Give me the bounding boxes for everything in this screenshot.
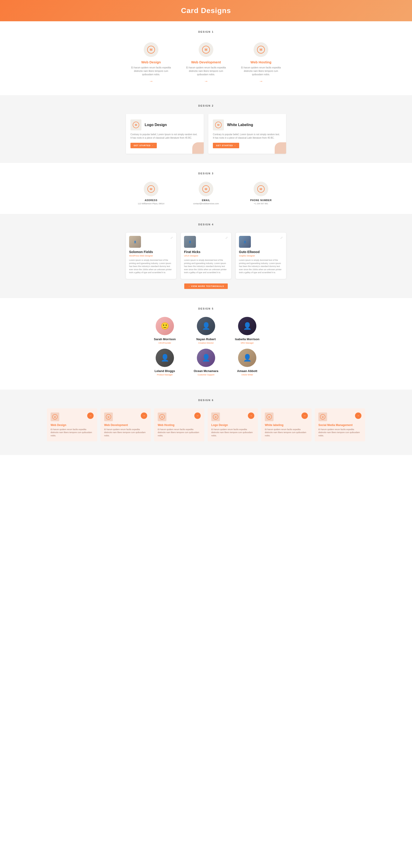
design6-arrow-4[interactable]: →: [248, 412, 254, 419]
design1-card-2-arrow[interactable]: →: [185, 79, 227, 84]
design4-card-2: 👤 ⤢ Firat Hicks UI/UX Designer Lorem ips…: [181, 233, 231, 279]
design2-card-1-title: Logo Design: [145, 123, 167, 127]
svg-text:M: M: [322, 416, 323, 418]
design6-card-4: M → Logo Design Et harum quidem rerum fa…: [208, 408, 258, 441]
design6-icon-2: M: [104, 412, 113, 421]
design1-card-1-arrow[interactable]: →: [130, 79, 172, 84]
design6-card-3-desc: Et harum quidem rerum facilis expedita d…: [158, 428, 201, 437]
design4-more-btn-row: → VIEW MORE TESTIMONIALS: [5, 283, 407, 289]
share-icon-1[interactable]: ⤢: [170, 236, 173, 240]
design3-icon-3: M: [254, 182, 268, 196]
design3-card-1: M ADDRESS 113 Williamson Plaza, 09014: [133, 182, 169, 205]
design3-section: DESIGN 3 M ADDRESS 113 Williamson Plaza,…: [0, 163, 412, 214]
design1-icon-1: M: [144, 42, 158, 57]
design6-card-5-title: White labeling: [265, 424, 308, 427]
svg-text:M: M: [108, 416, 109, 418]
design4-label: DESIGN 4: [5, 223, 407, 226]
design1-cards: M Web Design Et harum quidem rerum facil…: [5, 40, 407, 86]
design6-arrow-5[interactable]: →: [301, 412, 308, 419]
design5-card-amaan: 👤 Amaan Abbott Article Writer: [231, 349, 263, 376]
design2-label: DESIGN 2: [5, 104, 407, 107]
design5-avatar-sarah: 🙂: [156, 317, 174, 335]
design6-arrow-6[interactable]: →: [355, 412, 361, 419]
share-icon-2[interactable]: ⤢: [225, 236, 228, 240]
design4-view-more-button[interactable]: → VIEW MORE TESTIMONIALS: [184, 283, 228, 289]
design4-card-3-top: 👤 ⤢: [236, 233, 286, 250]
design1-card-3: M Web Hosting Et harum quidem rerum faci…: [238, 40, 284, 86]
design1-card-2: M Web Development Et harum quidem rerum …: [183, 40, 229, 86]
design3-card-2-title: EMAIL: [188, 199, 224, 202]
share-icon-3[interactable]: ⤢: [280, 236, 283, 240]
design1-card-1-desc: Et harum quidem rerum facilis expedita d…: [130, 66, 172, 76]
svg-text:M: M: [135, 124, 137, 126]
design2-cards: M Logo Design Contrary to popular belief…: [5, 114, 407, 154]
design5-row2: 👤 Leland Bloggs Product Manager 👤 Ocean …: [5, 349, 407, 376]
design5-card-nayan: 👤 Nayan Robert Creative Director: [190, 317, 222, 344]
design1-card-3-arrow[interactable]: →: [240, 79, 282, 84]
svg-text:M: M: [260, 187, 262, 191]
design6-card-5: M → White labeling Et harum quidem rerum…: [261, 408, 312, 441]
design5-avatar-isabella: 👤: [238, 317, 256, 335]
design4-avatar-3: 👤: [239, 236, 251, 248]
design3-card-2-detail: contact@mobitservices.com: [188, 203, 224, 205]
design6-arrow-3[interactable]: →: [194, 412, 201, 419]
design5-name-nayan: Nayan Robert: [190, 337, 222, 341]
design2-card-2-button[interactable]: GET STARTED →: [213, 143, 239, 148]
design6-label: DESIGN 6: [5, 399, 407, 402]
design5-avatar-nayan: 👤: [197, 317, 215, 335]
design6-card-4-title: Logo Design: [211, 424, 254, 427]
design5-name-ocean: Ocean Mcnamara: [190, 369, 222, 373]
design6-icon-6: M: [318, 412, 327, 421]
design4-card-3-name: Guto Ellwood: [236, 250, 286, 254]
svg-text:M: M: [217, 124, 219, 126]
design4-card-3: 👤 ⤢ Guto Ellwood Graphic Designer Lorem …: [236, 233, 286, 279]
design5-avatar-leland: 👤: [156, 349, 174, 367]
design2-card-2-desc: Contrary to popular belief, Lorem Ipsum …: [213, 133, 282, 140]
design5-name-isabella: Isabella Morrison: [231, 337, 263, 341]
design4-card-1-name: Solomon Fields: [126, 250, 176, 254]
svg-text:M: M: [268, 416, 270, 418]
page-title: Card Designs: [5, 6, 407, 15]
design3-cards: M ADDRESS 113 Williamson Plaza, 09014 M …: [5, 182, 407, 205]
design5-card-sarah: 🙂 Sarah Morrison CEO/Founder: [149, 317, 181, 344]
design4-card-1: 👤 ⤢ Solomon Fields WordPress-Web Designe…: [126, 233, 176, 279]
design6-icon-1: M: [51, 412, 59, 421]
design6-card-2-title: Web Development: [104, 424, 147, 427]
design6-card-5-desc: Et harum quidem rerum facilis expedita d…: [265, 428, 308, 437]
design3-card-3: M PHONE NUMBER +1 234 567 891: [243, 182, 279, 205]
design2-card-1-button[interactable]: GET STARTED →: [130, 143, 157, 148]
svg-text:M: M: [260, 48, 262, 52]
design2-card-2: M White Labeling Contrary to popular bel…: [208, 114, 286, 154]
design5-section: DESIGN 5 🙂 Sarah Morrison CEO/Founder 👤 …: [0, 298, 412, 390]
svg-text:M: M: [150, 48, 152, 52]
design4-card-1-role: WordPress-Web Designer: [126, 255, 176, 257]
design6-card-1-top: M →: [51, 412, 94, 421]
svg-text:M: M: [150, 187, 152, 191]
design1-card-2-title: Web Development: [185, 60, 227, 64]
design3-card-2: M EMAIL contact@mobitservices.com: [188, 182, 224, 205]
design1-card-3-title: Web Hosting: [240, 60, 282, 64]
design4-card-2-top: 👤 ⤢: [181, 233, 231, 250]
design4-avatar-2: 👤: [184, 236, 196, 248]
design1-card-1: M Web Design Et harum quidem rerum facil…: [128, 40, 174, 86]
design4-cards: 👤 ⤢ Solomon Fields WordPress-Web Designe…: [5, 233, 407, 279]
design5-card-ocean: 👤 Ocean Mcnamara Customer Support: [190, 349, 222, 376]
design4-card-3-role: Graphic Designer: [236, 255, 286, 257]
design1-section: DESIGN 1 M Web Design Et harum quidem re…: [0, 21, 412, 95]
design6-card-2-desc: Et harum quidem rerum facilis expedita d…: [104, 428, 147, 437]
design3-label: DESIGN 3: [5, 172, 407, 175]
design6-card-4-top: M →: [211, 412, 254, 421]
design6-arrow-1[interactable]: →: [87, 412, 94, 419]
design1-icon-3: M: [254, 42, 268, 57]
design5-name-leland: Leland Bloggs: [149, 369, 181, 373]
design2-card-2-title: White Labeling: [227, 123, 253, 127]
svg-text:M: M: [54, 416, 56, 418]
design2-card-2-corner: [275, 142, 286, 154]
svg-text:M: M: [205, 48, 207, 52]
design2-card-1-header: M Logo Design: [130, 119, 199, 130]
design5-card-isabella: 👤 Isabella Morrison SRO Manager: [231, 317, 263, 344]
design2-card-1-desc: Contrary to popular belief, Lorem Ipsum …: [130, 133, 199, 140]
design1-label: DESIGN 1: [5, 30, 407, 33]
design6-arrow-2[interactable]: →: [141, 412, 147, 419]
design3-card-3-title: PHONE NUMBER: [243, 199, 279, 202]
